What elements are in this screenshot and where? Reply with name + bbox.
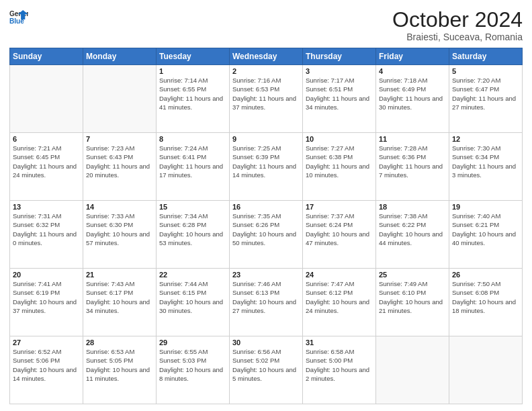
day-number: 12 xyxy=(452,135,519,143)
day-info: Sunrise: 7:28 AM Sunset: 6:36 PM Dayligh… xyxy=(379,144,446,179)
calendar-cell: 2Sunrise: 7:16 AM Sunset: 6:53 PM Daylig… xyxy=(230,65,303,133)
weekday-header-saturday: Saturday xyxy=(449,48,523,65)
page: General Blue October 2024 Braiesti, Suce… xyxy=(0,0,532,411)
day-number: 4 xyxy=(379,67,446,75)
day-info: Sunrise: 6:56 AM Sunset: 5:02 PM Dayligh… xyxy=(232,347,300,383)
logo: General Blue xyxy=(9,8,28,27)
day-number: 20 xyxy=(13,271,80,279)
weekday-header-friday: Friday xyxy=(376,48,449,65)
day-info: Sunrise: 6:55 AM Sunset: 5:03 PM Dayligh… xyxy=(159,347,226,383)
day-info: Sunrise: 7:18 AM Sunset: 6:49 PM Dayligh… xyxy=(379,76,446,111)
location: Braiesti, Suceava, Romania xyxy=(392,32,523,42)
weekday-header-wednesday: Wednesday xyxy=(230,48,303,65)
weekday-header-tuesday: Tuesday xyxy=(157,48,230,65)
day-number: 9 xyxy=(232,135,300,143)
day-number: 22 xyxy=(159,271,226,279)
day-number: 3 xyxy=(306,67,373,75)
day-info: Sunrise: 7:40 AM Sunset: 6:21 PM Dayligh… xyxy=(452,212,519,247)
calendar-cell xyxy=(376,336,449,404)
day-number: 15 xyxy=(159,203,226,211)
day-info: Sunrise: 6:52 AM Sunset: 5:06 PM Dayligh… xyxy=(13,347,80,383)
calendar-cell: 13Sunrise: 7:31 AM Sunset: 6:32 PM Dayli… xyxy=(10,201,83,269)
day-info: Sunrise: 7:41 AM Sunset: 6:19 PM Dayligh… xyxy=(13,279,80,315)
day-info: Sunrise: 7:24 AM Sunset: 6:41 PM Dayligh… xyxy=(159,144,226,179)
day-number: 11 xyxy=(379,135,446,143)
day-number: 13 xyxy=(13,203,80,211)
day-number: 17 xyxy=(306,203,373,211)
weekday-header-monday: Monday xyxy=(83,48,157,65)
calendar-cell: 16Sunrise: 7:35 AM Sunset: 6:26 PM Dayli… xyxy=(230,201,303,269)
weekday-header-thursday: Thursday xyxy=(303,48,376,65)
day-info: Sunrise: 7:27 AM Sunset: 6:38 PM Dayligh… xyxy=(306,144,373,179)
calendar-cell: 6Sunrise: 7:21 AM Sunset: 6:45 PM Daylig… xyxy=(10,133,83,201)
calendar-cell: 12Sunrise: 7:30 AM Sunset: 6:34 PM Dayli… xyxy=(449,133,523,201)
calendar-cell: 26Sunrise: 7:50 AM Sunset: 6:08 PM Dayli… xyxy=(449,269,523,336)
month-title: October 2024 xyxy=(392,8,523,32)
calendar-cell: 4Sunrise: 7:18 AM Sunset: 6:49 PM Daylig… xyxy=(376,65,449,133)
calendar-cell xyxy=(449,336,523,404)
day-info: Sunrise: 7:16 AM Sunset: 6:53 PM Dayligh… xyxy=(232,76,300,111)
day-info: Sunrise: 7:25 AM Sunset: 6:39 PM Dayligh… xyxy=(232,144,300,179)
day-number: 16 xyxy=(232,203,300,211)
calendar-cell: 25Sunrise: 7:49 AM Sunset: 6:10 PM Dayli… xyxy=(376,269,449,336)
day-info: Sunrise: 7:46 AM Sunset: 6:13 PM Dayligh… xyxy=(232,279,300,315)
calendar-cell xyxy=(83,65,157,133)
day-number: 23 xyxy=(232,271,300,279)
day-number: 21 xyxy=(86,271,153,279)
day-info: Sunrise: 7:31 AM Sunset: 6:32 PM Dayligh… xyxy=(13,212,80,247)
day-number: 25 xyxy=(379,271,446,279)
calendar-cell: 31Sunrise: 6:58 AM Sunset: 5:00 PM Dayli… xyxy=(303,336,376,404)
day-info: Sunrise: 6:58 AM Sunset: 5:00 PM Dayligh… xyxy=(306,347,373,383)
calendar-cell: 30Sunrise: 6:56 AM Sunset: 5:02 PM Dayli… xyxy=(230,336,303,404)
day-info: Sunrise: 7:37 AM Sunset: 6:24 PM Dayligh… xyxy=(306,212,373,247)
day-info: Sunrise: 7:43 AM Sunset: 6:17 PM Dayligh… xyxy=(86,279,153,315)
calendar-cell: 17Sunrise: 7:37 AM Sunset: 6:24 PM Dayli… xyxy=(303,201,376,269)
calendar-cell: 18Sunrise: 7:38 AM Sunset: 6:22 PM Dayli… xyxy=(376,201,449,269)
day-info: Sunrise: 7:34 AM Sunset: 6:28 PM Dayligh… xyxy=(159,212,226,247)
day-number: 31 xyxy=(306,338,373,347)
calendar-cell: 21Sunrise: 7:43 AM Sunset: 6:17 PM Dayli… xyxy=(83,269,157,336)
day-info: Sunrise: 7:44 AM Sunset: 6:15 PM Dayligh… xyxy=(159,279,226,315)
calendar-cell: 24Sunrise: 7:47 AM Sunset: 6:12 PM Dayli… xyxy=(303,269,376,336)
day-info: Sunrise: 7:17 AM Sunset: 6:51 PM Dayligh… xyxy=(306,76,373,111)
day-info: Sunrise: 7:33 AM Sunset: 6:30 PM Dayligh… xyxy=(86,212,153,247)
day-info: Sunrise: 7:50 AM Sunset: 6:08 PM Dayligh… xyxy=(452,279,519,315)
day-number: 7 xyxy=(86,135,153,143)
day-number: 1 xyxy=(159,67,226,75)
day-number: 5 xyxy=(452,67,519,75)
day-info: Sunrise: 7:20 AM Sunset: 6:47 PM Dayligh… xyxy=(452,76,519,111)
day-info: Sunrise: 7:21 AM Sunset: 6:45 PM Dayligh… xyxy=(13,144,80,179)
calendar-cell: 22Sunrise: 7:44 AM Sunset: 6:15 PM Dayli… xyxy=(157,269,230,336)
calendar-cell: 8Sunrise: 7:24 AM Sunset: 6:41 PM Daylig… xyxy=(157,133,230,201)
day-info: Sunrise: 7:30 AM Sunset: 6:34 PM Dayligh… xyxy=(452,144,519,179)
calendar-cell: 7Sunrise: 7:23 AM Sunset: 6:43 PM Daylig… xyxy=(83,133,157,201)
calendar-cell: 3Sunrise: 7:17 AM Sunset: 6:51 PM Daylig… xyxy=(303,65,376,133)
header: General Blue October 2024 Braiesti, Suce… xyxy=(9,8,523,42)
calendar-cell xyxy=(10,65,83,133)
day-number: 19 xyxy=(452,203,519,211)
calendar-cell: 27Sunrise: 6:52 AM Sunset: 5:06 PM Dayli… xyxy=(10,336,83,404)
calendar-cell: 28Sunrise: 6:53 AM Sunset: 5:05 PM Dayli… xyxy=(83,336,157,404)
day-number: 6 xyxy=(13,135,80,143)
day-number: 26 xyxy=(452,271,519,279)
day-number: 14 xyxy=(86,203,153,211)
day-info: Sunrise: 7:14 AM Sunset: 6:55 PM Dayligh… xyxy=(159,76,226,111)
day-number: 10 xyxy=(306,135,373,143)
calendar-cell: 15Sunrise: 7:34 AM Sunset: 6:28 PM Dayli… xyxy=(157,201,230,269)
day-info: Sunrise: 6:53 AM Sunset: 5:05 PM Dayligh… xyxy=(86,347,153,383)
calendar-cell: 5Sunrise: 7:20 AM Sunset: 6:47 PM Daylig… xyxy=(449,65,523,133)
calendar-cell: 11Sunrise: 7:28 AM Sunset: 6:36 PM Dayli… xyxy=(376,133,449,201)
day-number: 8 xyxy=(159,135,226,143)
title-block: October 2024 Braiesti, Suceava, Romania xyxy=(392,8,523,42)
weekday-header-sunday: Sunday xyxy=(10,48,83,65)
calendar-cell: 20Sunrise: 7:41 AM Sunset: 6:19 PM Dayli… xyxy=(10,269,83,336)
day-number: 24 xyxy=(306,271,373,279)
day-number: 30 xyxy=(232,338,300,347)
calendar-cell: 14Sunrise: 7:33 AM Sunset: 6:30 PM Dayli… xyxy=(83,201,157,269)
calendar-cell: 1Sunrise: 7:14 AM Sunset: 6:55 PM Daylig… xyxy=(157,65,230,133)
logo-icon: General Blue xyxy=(9,8,28,27)
calendar-cell: 23Sunrise: 7:46 AM Sunset: 6:13 PM Dayli… xyxy=(230,269,303,336)
day-info: Sunrise: 7:35 AM Sunset: 6:26 PM Dayligh… xyxy=(232,212,300,247)
day-number: 29 xyxy=(159,338,226,347)
day-info: Sunrise: 7:49 AM Sunset: 6:10 PM Dayligh… xyxy=(379,279,446,315)
